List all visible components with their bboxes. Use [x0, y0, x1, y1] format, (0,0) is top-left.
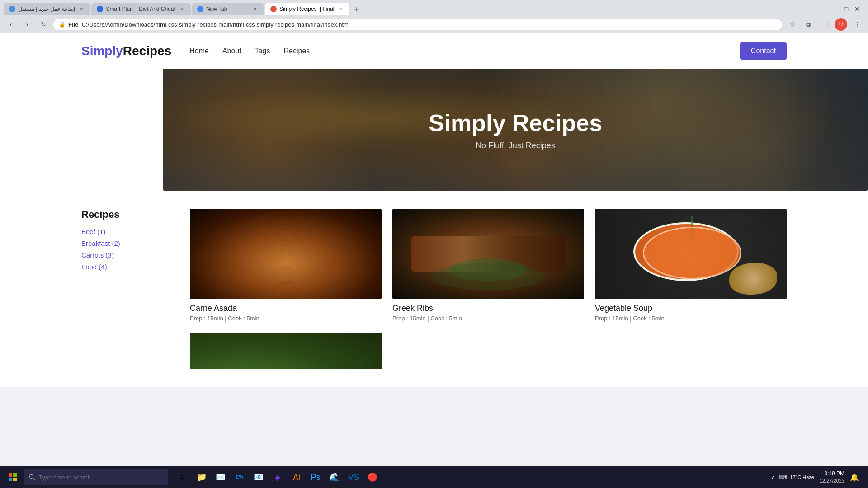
clock[interactable]: 3:19 PM 12/27/2023 [820, 470, 844, 484]
maximize-button[interactable]: □ [843, 5, 850, 13]
hero-section: Simply Recipes No Fluff, Just Recipes [163, 69, 868, 191]
taskbar-right: ∧ ⌨ 17°C Haze 3:19 PM 12/27/2023 🔔 [771, 470, 864, 484]
hero-subtitle: No Fluff, Just Recipes [476, 141, 555, 150]
logo[interactable]: SimplyRecipes [81, 44, 171, 58]
taskbar-icon-edge[interactable]: 🌊 [326, 468, 344, 486]
new-tab-button[interactable]: ＋ [350, 3, 363, 15]
browser-sidebar-button[interactable]: ⬜ [818, 18, 831, 31]
nav-about[interactable]: About [222, 47, 241, 55]
svg-point-4 [30, 475, 33, 479]
recipe-name-ribs: Greek Ribs [392, 304, 584, 313]
taskbar-icon-ai[interactable]: ◈ [269, 468, 287, 486]
system-tray: ∧ ⌨ 17°C Haze [771, 474, 814, 480]
recipe-meta-soup: Prep : 15min | Cook : 5min [595, 315, 787, 322]
split-screen-button[interactable]: ⧉ [802, 18, 815, 31]
hero-wrapper: Simply Recipes No Fluff, Just Recipes [0, 69, 868, 191]
sidebar: Recipes Beef (1) Breakfast (2) Carrots (… [81, 209, 172, 369]
bookmark-button[interactable]: ☆ [786, 18, 798, 31]
lock-icon: 🔒 [59, 21, 66, 28]
menu-button[interactable]: ⋮ [851, 18, 863, 31]
svg-rect-2 [9, 478, 12, 481]
tab-1-favicon [9, 6, 15, 12]
taskbar-icon-vs[interactable]: VS [344, 468, 363, 486]
recipe-meta-ribs: Prep : 15min | Cook : 5min [392, 315, 584, 322]
tab-1-title: إضافة عمل جديد | مستقل [18, 6, 75, 12]
nav-tags[interactable]: Tags [255, 47, 270, 55]
close-button[interactable]: ✕ [854, 5, 861, 13]
back-button[interactable]: ‹ [5, 18, 17, 31]
tab-4-title: Simply Recipes || Final [279, 6, 335, 12]
taskbar: ⧉ 📁 ✉️ 🛍 📧 ◈ Ai Ps 🌊 VS 🔴 ∧ ⌨ 17°C Haze … [0, 466, 868, 488]
recipe-img-soup [595, 209, 787, 299]
tab-1-close[interactable]: ✕ [78, 5, 85, 13]
tab-1[interactable]: إضافة عمل جديد | مستقل ✕ [4, 3, 90, 15]
tab-4-close[interactable]: ✕ [337, 5, 344, 13]
address-protocol: File [68, 21, 78, 28]
taskbar-search-input[interactable] [39, 474, 163, 481]
tab-3[interactable]: New Tab ✕ [192, 3, 264, 15]
tab-2[interactable]: Smart Plan – Diet And Cheat ✕ [91, 3, 190, 15]
recipe-grid: Carne Asada Prep : 15min | Cook : 5min G… [190, 209, 787, 369]
sidebar-item-carrots[interactable]: Carrots (3) [81, 251, 114, 259]
recipe-card-soup[interactable]: Vegetable Soup Prep : 15min | Cook : 5mi… [595, 209, 787, 322]
sidebar-item-beef[interactable]: Beef (1) [81, 228, 105, 235]
tray-keyboard: ⌨ [779, 474, 787, 480]
forward-button[interactable]: › [21, 18, 33, 31]
contact-button[interactable]: Contact [740, 42, 787, 60]
minimize-button[interactable]: ─ [832, 5, 839, 13]
tab-4-favicon [270, 6, 277, 12]
profile-button[interactable]: U [835, 18, 847, 31]
recipe-name-carne: Carne Asada [190, 304, 382, 313]
tray-weather: 17°C Haze [790, 474, 814, 480]
sidebar-title: Recipes [81, 209, 172, 221]
taskbar-icon-outlook[interactable]: 📧 [250, 468, 268, 486]
tab-3-title: New Tab [206, 6, 249, 12]
tab-4[interactable]: Simply Recipes || Final ✕ [265, 3, 350, 15]
tray-arrow[interactable]: ∧ [771, 474, 775, 480]
sidebar-item-food[interactable]: Food (4) [81, 263, 107, 271]
taskbar-icon-microsoft-store[interactable]: 🛍 [231, 468, 249, 486]
nav-recipes[interactable]: Recipes [284, 47, 310, 55]
taskbar-icon-file-explorer[interactable]: 📁 [193, 468, 211, 486]
taskbar-icon-chrome[interactable]: 🔴 [363, 468, 382, 486]
svg-rect-1 [13, 473, 17, 477]
tab-2-favicon [97, 6, 103, 12]
clock-date: 12/27/2023 [820, 478, 844, 484]
address-bar[interactable]: 🔒 File C:/Users/Admin/Downloads/html-css… [53, 19, 782, 30]
address-text: File C:/Users/Admin/Downloads/html-css-s… [68, 21, 777, 28]
navbar: SimplyRecipes Home About Tags Recipes Co… [0, 33, 868, 69]
recipe-img-carne [190, 209, 382, 299]
tab-3-close[interactable]: ✕ [251, 5, 259, 13]
address-bar-row: ‹ › ↻ 🔒 File C:/Users/Admin/Downloads/ht… [0, 15, 868, 33]
tab-bar: إضافة عمل جديد | مستقل ✕ Smart Plan – Di… [0, 0, 868, 15]
taskbar-icon-illustrator[interactable]: Ai [288, 468, 306, 486]
taskbar-icon-mail[interactable]: ✉️ [212, 468, 230, 486]
address-url: C:/Users/Admin/Downloads/html-css-simply… [80, 21, 350, 28]
recipe-card-carne[interactable]: Carne Asada Prep : 15min | Cook : 5min [190, 209, 382, 322]
logo-recipes: Recipes [123, 44, 171, 58]
nav-links: Home About Tags Recipes [189, 47, 740, 55]
taskbar-search[interactable] [24, 469, 168, 485]
svg-line-5 [33, 478, 35, 480]
taskbar-icon-task-view[interactable]: ⧉ [174, 468, 192, 486]
recipe-card-fourth[interactable] [190, 333, 382, 369]
svg-rect-3 [13, 478, 17, 481]
tab-2-close[interactable]: ✕ [178, 5, 185, 13]
sidebar-links: Beef (1) Breakfast (2) Carrots (3) Food … [81, 228, 172, 271]
notification-button[interactable]: 🔔 [850, 473, 859, 482]
recipe-meta-carne: Prep : 15min | Cook : 5min [190, 315, 382, 322]
taskbar-icon-photoshop[interactable]: Ps [307, 468, 325, 486]
address-actions: ☆ ⧉ ⬜ U ⋮ [786, 18, 863, 31]
start-button[interactable] [4, 468, 22, 486]
hero-title: Simply Recipes [429, 109, 602, 136]
tab-3-favicon [197, 6, 203, 12]
website-content: SimplyRecipes Home About Tags Recipes Co… [0, 33, 868, 387]
sidebar-item-breakfast[interactable]: Breakfast (2) [81, 239, 120, 247]
logo-simply: Simply [81, 44, 123, 58]
nav-home[interactable]: Home [189, 47, 209, 55]
reload-button[interactable]: ↻ [37, 18, 50, 31]
taskbar-icons: ⧉ 📁 ✉️ 🛍 📧 ◈ Ai Ps 🌊 VS 🔴 [174, 468, 382, 486]
recipe-card-ribs[interactable]: Greek Ribs Prep : 15min | Cook : 5min [392, 209, 584, 322]
recipe-name-soup: Vegetable Soup [595, 304, 787, 313]
window-controls: ─ □ ✕ [832, 5, 864, 13]
